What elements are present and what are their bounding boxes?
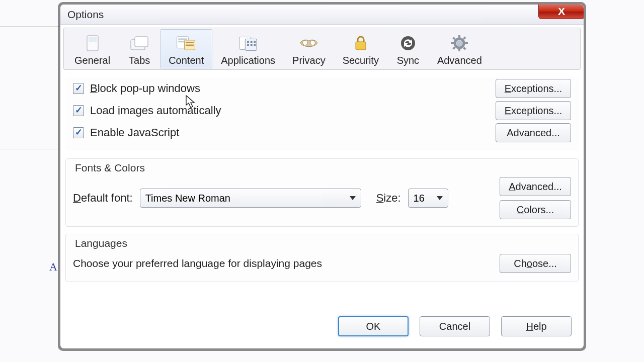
svg-rect-20 [356, 42, 366, 50]
svg-point-22 [456, 40, 462, 46]
block-popups-checkbox[interactable] [73, 83, 84, 94]
tab-applications-label: Applications [221, 55, 275, 66]
default-font-select[interactable]: Times New Roman [140, 189, 361, 208]
titlebar[interactable]: Options X [60, 5, 584, 25]
tab-general[interactable]: General [66, 29, 119, 68]
close-icon: X [558, 5, 566, 18]
fonts-colors-group: Fonts & Colors Default font: Times New R… [65, 158, 579, 227]
tab-security-label: Security [343, 55, 379, 66]
tab-general-label: General [74, 55, 110, 66]
svg-rect-8 [186, 42, 194, 43]
languages-group: Languages Choose your preferred language… [65, 234, 579, 282]
tab-privacy-label: Privacy [292, 55, 326, 66]
svg-rect-13 [251, 41, 253, 43]
svg-rect-3 [135, 37, 148, 47]
font-size-value: 16 [414, 193, 425, 204]
svg-point-19 [310, 40, 315, 45]
svg-rect-26 [465, 42, 468, 44]
gear-icon [449, 33, 470, 54]
tab-content-label: Content [169, 55, 204, 66]
fonts-colors-title: Fonts & Colors [73, 162, 571, 174]
background-text: A [49, 260, 57, 274]
block-popups-exceptions-button[interactable]: Exceptions... [496, 79, 571, 98]
font-size-select[interactable]: 16 [408, 189, 448, 208]
svg-rect-17 [254, 44, 256, 46]
tab-applications[interactable]: Applications [212, 29, 284, 68]
svg-rect-5 [178, 38, 187, 40]
tabs-icon [129, 33, 150, 54]
options-dialog: Options X General Tabs [60, 4, 584, 349]
default-font-value: Times New Roman [145, 193, 230, 204]
tab-privacy[interactable]: Privacy [284, 29, 334, 68]
svg-rect-12 [247, 41, 249, 43]
fonts-advanced-button[interactable]: Advanced... [500, 177, 571, 196]
ok-button[interactable]: OK [338, 316, 409, 336]
tab-sync[interactable]: Sync [387, 29, 429, 68]
languages-desc: Choose your preferred language for displ… [73, 257, 322, 269]
svg-rect-25 [451, 42, 454, 44]
tab-tabs[interactable]: Tabs [119, 29, 160, 68]
chevron-down-icon [350, 196, 356, 200]
load-images-label: Load images automatically [90, 104, 221, 117]
tab-advanced-label: Advanced [437, 55, 482, 66]
chevron-down-icon [437, 196, 443, 200]
general-icon [82, 33, 103, 54]
category-toolbar: General Tabs Content Applications [63, 28, 581, 70]
tab-content[interactable]: Content [160, 29, 212, 68]
enable-js-advanced-button[interactable]: Advanced... [496, 123, 571, 142]
content-icon [176, 33, 197, 54]
sync-icon [397, 33, 419, 54]
tab-sync-label: Sync [397, 55, 419, 66]
colors-button[interactable]: Colors... [500, 200, 571, 219]
content-toggles-group: Block pop-up windows Exceptions... Load … [65, 77, 579, 151]
tab-tabs-label: Tabs [129, 55, 150, 66]
tab-security[interactable]: Security [334, 29, 387, 68]
window-title: Options [67, 9, 104, 21]
load-images-checkbox[interactable] [73, 105, 84, 116]
default-font-label: Default font: [73, 192, 133, 205]
load-images-exceptions-button[interactable]: Exceptions... [496, 101, 571, 120]
enable-js-label: Enable JavaScript [90, 126, 179, 139]
svg-rect-14 [254, 41, 256, 43]
dialog-buttons: OK Cancel Help [63, 310, 581, 345]
help-button[interactable]: Help [501, 316, 572, 336]
enable-js-checkbox[interactable] [73, 127, 84, 138]
languages-choose-button[interactable]: Choose... [500, 254, 571, 273]
font-size-label: Size: [376, 192, 401, 205]
security-icon [350, 33, 371, 54]
svg-rect-1 [89, 37, 97, 42]
applications-icon [237, 33, 259, 54]
content-pane: Block pop-up windows Exceptions... Load … [63, 75, 581, 289]
languages-title: Languages [73, 237, 571, 249]
svg-point-18 [302, 40, 307, 45]
svg-rect-15 [247, 44, 249, 46]
tab-advanced[interactable]: Advanced [429, 29, 491, 68]
cancel-button[interactable]: Cancel [420, 316, 490, 336]
svg-rect-16 [251, 44, 253, 46]
svg-rect-9 [186, 44, 194, 46]
block-popups-label: Block pop-up windows [90, 82, 200, 95]
privacy-icon [298, 33, 319, 54]
close-button[interactable]: X [538, 4, 584, 19]
